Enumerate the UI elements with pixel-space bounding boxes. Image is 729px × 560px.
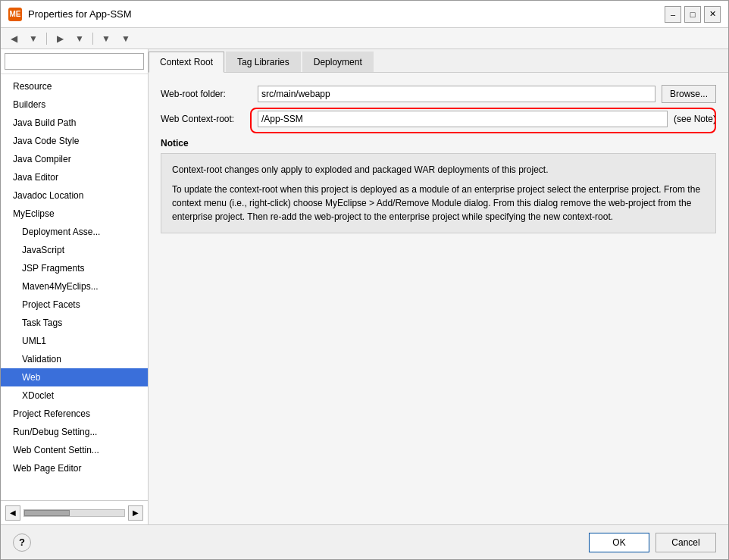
ok-button[interactable]: OK [589, 533, 649, 552]
sidebar-item-javascript[interactable]: JavaScript [1, 241, 148, 259]
sidebar-item-web-content-settings[interactable]: Web Content Settin... [1, 441, 148, 459]
close-button[interactable]: ✕ [704, 6, 721, 23]
tabs-bar: Context Root Tag Libraries Deployment [149, 49, 728, 73]
notice-section: Notice Context-root changes only apply t… [161, 138, 716, 233]
scroll-left-button[interactable]: ◀ [5, 505, 20, 521]
toolbar-dropdown2[interactable]: ▼ [117, 31, 134, 46]
sidebar-item-jsp-fragments[interactable]: JSP Fragments [1, 259, 148, 277]
notice-box: Context-root changes only apply to explo… [161, 153, 716, 233]
toolbar-separator [46, 33, 47, 45]
properties-dialog: ME Properties for App-SSM – □ ✕ ◀ ▼ ▶ ▼ … [0, 0, 729, 560]
main-content: Resource Builders Java Build Path Java C… [1, 49, 728, 524]
sidebar-item-javadoc-location[interactable]: Javadoc Location [1, 186, 148, 205]
sidebar-item-uml1[interactable]: UML1 [1, 332, 148, 350]
sidebar-item-java-code-style[interactable]: Java Code Style [1, 132, 148, 150]
right-panel: Context Root Tag Libraries Deployment We… [149, 49, 728, 524]
web-root-label: Web-root folder: [161, 89, 252, 99]
footer-left: ? [13, 533, 31, 552]
sidebar-item-java-build-path[interactable]: Java Build Path [1, 114, 148, 132]
web-context-label: Web Context-root: [161, 114, 252, 124]
search-box [1, 49, 148, 74]
browse-button[interactable]: Browse... [662, 85, 716, 103]
maximize-button[interactable]: □ [684, 6, 701, 23]
toolbar: ◀ ▼ ▶ ▼ ▼ ▼ [1, 28, 728, 49]
dialog-footer: ? OK Cancel [1, 524, 728, 559]
sidebar-item-validation[interactable]: Validation [1, 350, 148, 368]
notice-title: Notice [161, 138, 716, 149]
footer-right: OK Cancel [589, 533, 716, 552]
sidebar-item-builders[interactable]: Builders [1, 95, 148, 114]
search-input[interactable] [5, 53, 144, 70]
notice-paragraph2: To update the context-root when this pro… [172, 183, 705, 224]
title-bar: ME Properties for App-SSM – □ ✕ [1, 1, 728, 28]
dialog-title: Properties for App-SSM [28, 8, 132, 20]
minimize-button[interactable]: – [665, 6, 681, 23]
tab-deployment[interactable]: Deployment [302, 52, 374, 72]
sidebar-item-web-page-editor[interactable]: Web Page Editor [1, 459, 148, 477]
panel-content: Web-root folder: Browse... Web Context-r… [149, 73, 728, 524]
notice-paragraph1: Context-root changes only apply to explo… [172, 163, 705, 177]
sidebar-item-xdoclet[interactable]: XDoclet [1, 386, 148, 405]
sidebar-item-maven4myeclipse[interactable]: Maven4MyEclips... [1, 277, 148, 296]
web-root-row: Web-root folder: Browse... [161, 85, 716, 103]
toolbar-separator2 [92, 33, 93, 45]
sidebar-item-java-compiler[interactable]: Java Compiler [1, 150, 148, 168]
sidebar-item-java-editor[interactable]: Java Editor [1, 168, 148, 186]
title-bar-left: ME Properties for App-SSM [8, 8, 132, 21]
sidebar-item-run-debug-settings[interactable]: Run/Debug Setting... [1, 423, 148, 441]
web-root-input[interactable] [258, 86, 655, 102]
back-button[interactable]: ◀ [5, 31, 22, 46]
back-dropdown-button[interactable]: ▼ [25, 31, 42, 46]
left-panel: Resource Builders Java Build Path Java C… [1, 49, 149, 524]
sidebar-item-task-tags[interactable]: Task Tags [1, 314, 148, 332]
scroll-track [23, 509, 125, 517]
help-button[interactable]: ? [13, 533, 31, 552]
forward-button[interactable]: ▶ [52, 31, 68, 46]
web-context-row: Web Context-root: (see Note) [161, 111, 716, 127]
sidebar-item-deployment-assets[interactable]: Deployment Asse... [1, 223, 148, 241]
toolbar-dropdown1[interactable]: ▼ [98, 31, 114, 46]
web-context-input[interactable] [258, 111, 668, 127]
left-panel-footer: ◀ ▶ [1, 500, 148, 524]
sidebar-item-myeclipse[interactable]: MyEclipse [1, 205, 148, 223]
sidebar-item-web[interactable]: Web [1, 368, 148, 386]
app-icon: ME [8, 8, 22, 21]
sidebar-item-project-facets[interactable]: Project Facets [1, 296, 148, 314]
scroll-right-button[interactable]: ▶ [128, 505, 143, 521]
sidebar-item-project-references[interactable]: Project References [1, 405, 148, 423]
tab-tag-libraries[interactable]: Tag Libraries [226, 52, 301, 72]
sidebar-item-resource[interactable]: Resource [1, 77, 148, 95]
scroll-thumb [24, 510, 70, 516]
title-bar-buttons: – □ ✕ [665, 6, 721, 23]
cancel-button[interactable]: Cancel [655, 533, 716, 552]
see-note-text: (see Note) [674, 114, 716, 124]
tab-context-root[interactable]: Context Root [149, 52, 224, 73]
tree-list: Resource Builders Java Build Path Java C… [1, 74, 148, 500]
forward-dropdown-button[interactable]: ▼ [71, 31, 88, 46]
